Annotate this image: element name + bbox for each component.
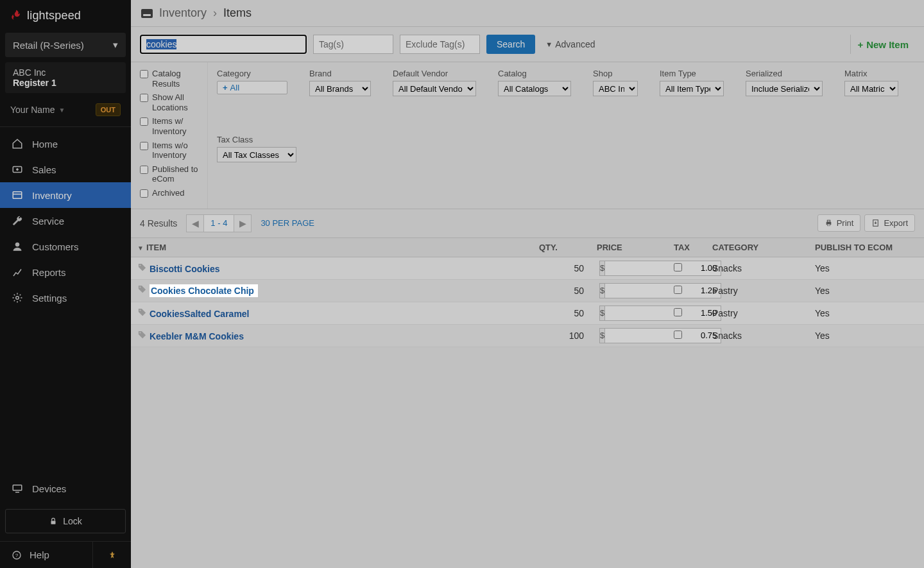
item-link[interactable]: Keebler M&M Cookies [150,331,244,341]
price-input[interactable] [604,306,721,321]
currency-label: $ [599,261,604,276]
check-show-all-locations[interactable]: Show All Locations [140,92,202,112]
col-qty[interactable]: QTY. [533,238,590,257]
export-button[interactable]: Export [864,214,915,232]
qty-cell: 50 [533,257,590,279]
currency-label: $ [599,328,604,343]
search-button[interactable]: Search [486,35,535,54]
tag-icon[interactable] [137,309,147,319]
plus-icon: + [857,39,863,50]
advanced-toggle[interactable]: ▼ Advanced [545,39,595,49]
price-input[interactable] [604,261,721,276]
tax-checkbox[interactable] [674,308,682,316]
mode-selector[interactable]: Retail (R-Series) ▾ [5,33,126,57]
pager-range[interactable]: 1 - 4 [204,214,234,232]
print-button[interactable]: Print [817,214,861,232]
taxclass-select[interactable]: All Tax Classes [217,147,296,162]
nav-devices-label: Devices [32,483,66,494]
pager-next[interactable]: ▶ [234,214,252,232]
col-category[interactable]: CATEGORY [706,238,809,257]
item-link[interactable]: Cookies Chocolate Chip [150,284,258,297]
pin-button[interactable] [92,542,131,568]
price-input[interactable] [604,283,721,298]
qty-cell: 50 [533,302,590,324]
monitor-icon [12,483,23,494]
export-icon [871,219,880,227]
nav-home[interactable]: Home [0,131,131,157]
breadcrumb: Inventory › Items [131,0,924,27]
brand-select[interactable]: All Brands [309,81,371,96]
shop-select[interactable]: ABC Inc [593,81,638,96]
nav-reports-label: Reports [32,267,66,278]
inventory-icon [12,189,23,201]
nav-settings[interactable]: Settings [0,285,131,311]
price-input[interactable] [604,328,721,343]
taxclass-label: Tax Class [217,135,296,144]
store-company: ABC Inc [13,67,118,78]
clock-out-badge[interactable]: OUT [96,103,121,116]
check-items-with-inventory[interactable]: Items w/ Inventory [140,116,202,136]
tags-input[interactable] [313,35,393,54]
check-archived[interactable]: Archived [140,188,202,198]
svg-rect-8 [51,521,56,524]
new-item-button[interactable]: + New Item [850,35,915,54]
type-select[interactable]: All Item Types [660,81,724,96]
chevron-down-icon: ▾ [113,39,118,51]
nav-customers[interactable]: Customers [0,234,131,259]
help-button[interactable]: ? Help [0,542,92,568]
check-catalog-results[interactable]: Catalog Results [140,69,202,89]
nav-service[interactable]: Service [0,208,131,234]
currency-label: $ [599,283,604,298]
nav-service-label: Service [32,216,64,227]
matrix-select[interactable]: All Matrices [844,81,898,96]
svg-rect-13 [827,224,830,226]
check-items-without-inventory[interactable]: Items w/o Inventory [140,141,202,160]
currency-label: $ [599,306,604,321]
nav-sales[interactable]: Sales [0,157,131,182]
item-link[interactable]: CookiesSalted Caramel [150,309,250,319]
nav-inventory[interactable]: Inventory [0,182,131,208]
wrench-icon [12,215,23,227]
check-published-ecom[interactable]: Published to eCom [140,164,202,184]
item-link[interactable]: Biscotti Cookies [150,264,220,274]
catalog-label: Catalog [498,69,571,78]
col-tax[interactable]: TAX [667,238,706,257]
tag-icon[interactable] [137,286,147,296]
store-box[interactable]: ABC Inc Register 1 [5,62,126,93]
nav-customers-label: Customers [32,241,79,252]
svg-rect-12 [827,220,830,222]
tax-checkbox[interactable] [674,286,682,294]
lock-icon [49,517,58,526]
col-item[interactable]: ▼ITEM [131,238,533,257]
col-price[interactable]: PRICE [590,238,667,257]
catalog-select[interactable]: All Catalogs [498,81,571,96]
tax-checkbox[interactable] [674,263,682,271]
category-all-button[interactable]: +All [217,81,287,94]
breadcrumb-section[interactable]: Inventory [159,6,207,20]
search-input[interactable] [140,35,307,54]
exclude-tags-input[interactable] [400,35,480,54]
nav-inventory-label: Inventory [32,190,72,201]
nav-reports[interactable]: Reports [0,259,131,285]
svg-point-4 [15,243,19,246]
nav-sales-label: Sales [32,164,56,175]
tax-checkbox[interactable] [674,331,682,339]
qty-cell: 50 [533,279,590,302]
per-page[interactable]: 30 PER PAGE [261,218,314,228]
svg-point-15 [139,264,141,266]
gear-icon [12,292,23,304]
breadcrumb-current: Items [223,6,252,20]
vendor-select[interactable]: All Default Vendors [393,81,476,96]
col-publish[interactable]: PUBLISH TO ECOM [809,238,924,257]
serial-select[interactable]: Include Serialized [746,81,823,96]
svg-point-18 [139,332,141,333]
tag-icon[interactable] [137,331,147,341]
publish-cell: Yes [809,324,924,347]
serial-label: Serialized [746,69,823,78]
tag-icon[interactable] [137,264,147,274]
pager-prev[interactable]: ◀ [186,214,204,232]
inventory-icon [141,9,153,18]
user-menu[interactable]: Your Name ▼ [10,105,65,115]
lock-button[interactable]: Lock [5,509,126,533]
nav-devices[interactable]: Devices [5,476,126,501]
